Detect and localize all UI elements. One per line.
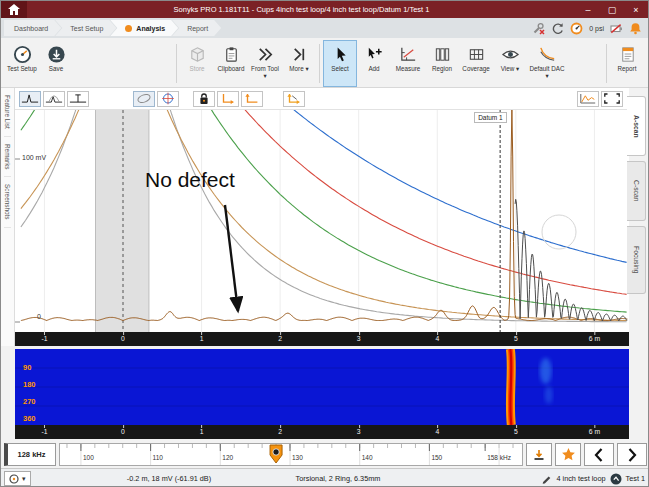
cursor-halo [542, 215, 576, 249]
region-label: Region [432, 65, 452, 72]
x-tick-label: 2 [278, 428, 282, 435]
breadcrumb: Dashboard Test Setup Analysis Report 0 p… [1, 18, 648, 38]
from-tool-label: From Tool ▾ [249, 65, 281, 79]
more-button[interactable]: More ▾ [282, 40, 316, 87]
view-mode-dropdown[interactable]: ▾ [4, 471, 31, 486]
lock-button[interactable] [193, 91, 215, 107]
tray-download-icon [532, 448, 546, 462]
favorite-button[interactable] [555, 443, 581, 466]
x-tick-label: 3 [357, 428, 361, 435]
ascan-chart [15, 110, 629, 332]
x-tick-label: 4 [435, 335, 439, 342]
add-label: Add [368, 65, 379, 72]
dac-curves-icon [537, 44, 557, 64]
report-button[interactable]: Report [610, 40, 644, 87]
zoom-y-button[interactable] [241, 91, 263, 107]
breadcrumb-dashboard[interactable]: Dashboard [4, 20, 61, 36]
minimize-button[interactable]: – [576, 1, 600, 18]
cscan-map[interactable]: 90180270360 [15, 349, 629, 425]
store-button[interactable]: Store [180, 40, 214, 87]
breadcrumb-test-setup[interactable]: Test Setup [55, 20, 116, 36]
chevron-left-icon [592, 447, 606, 463]
chevron-right-icon [625, 447, 639, 463]
frequency-ruler[interactable]: 100110120130140150158 kHz [59, 443, 523, 466]
tab-focusing[interactable]: Focusing [627, 226, 646, 294]
gate-view-button[interactable] [67, 91, 89, 107]
tab-screenshots[interactable]: Screenshots [4, 177, 11, 228]
lock-icon [195, 92, 213, 105]
trace-envelope-icon [45, 92, 63, 105]
region-columns-icon [432, 44, 452, 64]
x-tick-label: 0 [121, 335, 125, 342]
maximize-button[interactable]: ▢ [600, 1, 624, 18]
datum-label[interactable]: Datum 1 [474, 112, 507, 123]
cscan-chart: 90180270360 [15, 349, 629, 425]
envelope-view-button[interactable] [43, 91, 65, 107]
ascan-x-axis: -10123456 m [15, 332, 629, 346]
coverage-tool-button[interactable]: Coverage [459, 40, 493, 87]
tab-feature-list[interactable]: Feature List [4, 88, 11, 137]
test-name[interactable]: Test 1 [626, 474, 645, 483]
store-frequency-button[interactable] [526, 443, 552, 466]
window-title: Sonyks PRO 1.181T11 - Cups 4inch test lo… [27, 5, 576, 14]
cscan-x-axis: -10123456 m [15, 425, 629, 439]
region-tool-button[interactable]: Region [425, 40, 459, 87]
mini-chart-icon [579, 92, 597, 105]
ascan-plot[interactable]: 100 mV 0 Datum 1 No defect [15, 110, 629, 332]
from-tool-button[interactable]: From Tool ▾ [248, 40, 282, 87]
ascan-panel: 100 mV 0 Datum 1 No defect -10123456 m [15, 88, 629, 346]
select-tool-button[interactable]: Select [323, 40, 357, 87]
close-button[interactable]: × [624, 1, 648, 18]
trace-view-button[interactable] [19, 91, 41, 107]
tab-remarks[interactable]: Remarks [4, 137, 11, 178]
notifications-bell-icon[interactable] [629, 22, 642, 35]
previous-frequency-button[interactable] [584, 443, 614, 466]
star-icon [561, 447, 576, 462]
test-setup-button[interactable]: Test Setup [5, 40, 39, 87]
y-axis-label: 100 mV [22, 154, 46, 161]
left-panel-tabs: Feature List Remarks Screenshots [1, 88, 15, 346]
breadcrumb-report[interactable]: Report [172, 20, 221, 36]
cscan-row-label: 360 [23, 414, 36, 423]
frequency-tick-label: 120 [222, 454, 233, 461]
sync-icon[interactable] [551, 22, 564, 35]
chevron-down-icon: ▾ [22, 475, 26, 483]
measure-icon [398, 44, 418, 64]
save-button[interactable]: Save [39, 40, 73, 87]
trace-gate-icon [69, 92, 87, 105]
zoom-reset-button[interactable] [283, 91, 305, 107]
fullscreen-button[interactable] [601, 91, 623, 107]
x-tick-label: 5 [514, 335, 518, 342]
cscan-row-label: 180 [23, 380, 36, 389]
frequency-tick-label: 130 [292, 454, 303, 461]
tab-a-scan[interactable]: A-scan [627, 96, 646, 156]
breadcrumb-analysis[interactable]: Analysis [110, 20, 178, 36]
ellipse-tool-button[interactable] [133, 91, 155, 107]
store-icon [187, 44, 207, 64]
crosshair-tool-button[interactable] [157, 91, 179, 107]
zoom-x-button[interactable] [217, 91, 239, 107]
breadcrumb-test-setup-label: Test Setup [70, 25, 103, 32]
measure-tool-button[interactable]: Measure [391, 40, 425, 87]
loop-name[interactable]: 4 inch test loop [556, 474, 605, 483]
breadcrumb-analysis-label: Analysis [136, 25, 165, 32]
fullscreen-icon [603, 92, 621, 105]
pencil-icon [541, 473, 552, 484]
home-button[interactable] [1, 1, 27, 18]
more-icon [289, 44, 309, 64]
tab-c-scan[interactable]: C-scan [627, 161, 646, 221]
clipboard-button[interactable]: Clipboard [214, 40, 248, 87]
x-tick-label: -1 [41, 428, 47, 435]
cursor-readout: -0.2 m, 18 mV (-61.91 dB) [89, 474, 249, 483]
default-dac-button[interactable]: Default DAC ▾ [527, 40, 567, 87]
home-icon [8, 4, 20, 15]
mini-chart-button[interactable] [577, 91, 599, 107]
x-tick-label: 1 [200, 428, 204, 435]
add-tool-button[interactable]: Add [357, 40, 391, 87]
x-tick-label: 6 m [589, 428, 600, 435]
next-frequency-button[interactable] [617, 443, 647, 466]
breadcrumb-dashboard-label: Dashboard [14, 25, 48, 32]
statusbar-right-cluster: 4 inch test loop Test 1 [541, 471, 645, 486]
gauge-small-icon [9, 474, 19, 484]
view-menu-button[interactable]: View ▾ [493, 40, 527, 87]
